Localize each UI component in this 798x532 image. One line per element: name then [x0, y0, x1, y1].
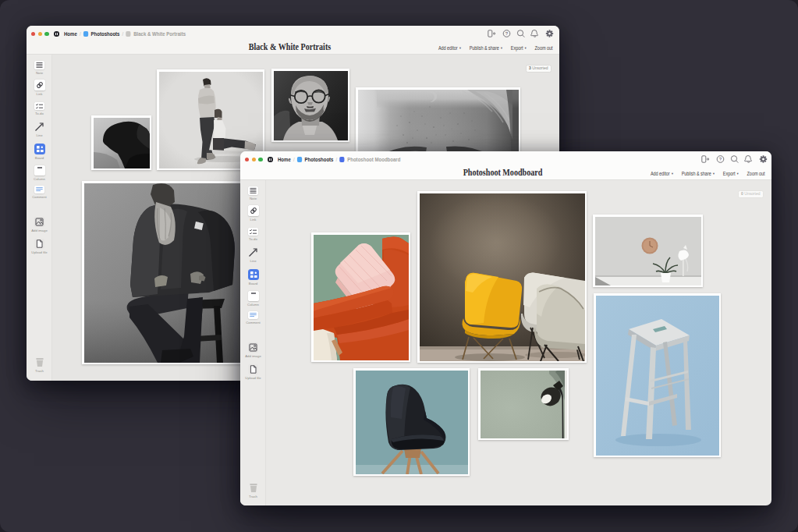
svg-text:?: ? [505, 31, 509, 36]
svg-text:?: ? [719, 157, 722, 161]
